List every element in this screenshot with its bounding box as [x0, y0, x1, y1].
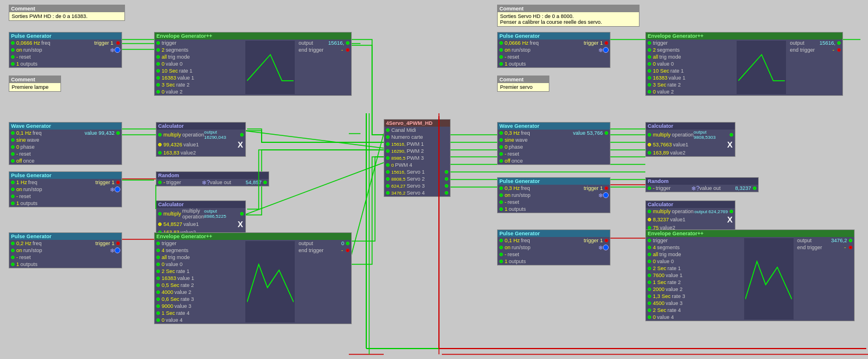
- pg3-blue-circle: [115, 247, 120, 253]
- pulse-generator-2: Pulse Generator 1 Hz freq trigger 1 on r…: [9, 171, 122, 207]
- env2-output-row: output 0: [297, 240, 351, 247]
- wg1-phase-val: 0: [16, 144, 19, 150]
- env3-dot6: [648, 76, 651, 80]
- env2-endtrig-label: end trigger: [298, 247, 341, 253]
- env4-rate1-row: 2 Sec rate 1: [646, 265, 743, 272]
- pg5-output-row: 1 outputs: [498, 206, 610, 213]
- pg1-dot-out: [116, 41, 120, 45]
- env2-rate1-label: rate 1: [176, 268, 243, 274]
- pg1-run: on: [16, 47, 22, 53]
- env2-val1-row: 16383 value 1: [155, 275, 244, 282]
- env4-graph: [745, 256, 792, 302]
- 4servo-dot5: [386, 156, 390, 160]
- pg3-run-row: on run/stop ❄: [9, 247, 122, 254]
- env1-output-val: 15616,: [328, 40, 344, 46]
- env1-val1-row: 16383 value 1: [155, 74, 244, 81]
- calculator-2: Calculator multiply multiply operation o…: [156, 200, 246, 236]
- env1-left: trigger 2 segments all trig mode 0 value…: [155, 40, 244, 95]
- env2-val2-label: value 2: [174, 289, 243, 295]
- pg6-run: on: [505, 245, 510, 250]
- calc4-val1-label: value1: [670, 217, 726, 222]
- pg2-trigger: trigger 1: [95, 180, 115, 185]
- 4servo-dot9: [386, 184, 390, 188]
- pg5-freq: 0,3 Hz: [505, 185, 520, 191]
- pg1-blue-circle: [115, 47, 120, 53]
- env4-dot7: [648, 281, 651, 284]
- pg3-dot3: [11, 256, 15, 259]
- pg6-reset-row: - reset: [498, 251, 610, 258]
- wg2-dot1: [499, 131, 503, 135]
- pg5-reset-label: reset: [508, 199, 609, 205]
- 4servo-servo3-dot: [445, 184, 448, 188]
- 4servo-pwm1-val: 15616,: [391, 142, 405, 147]
- env3-dot4: [648, 62, 651, 66]
- pg2-out-val: 1: [16, 200, 19, 206]
- calc1-val2: 163,83: [163, 150, 180, 156]
- pg2-dot2: [11, 188, 15, 191]
- 4servo-servo3-row: 624,27 Servo 3: [384, 182, 450, 189]
- calc2-op-label: multiply operation: [183, 208, 205, 220]
- rand1-trigger-label: trigger: [166, 180, 202, 185]
- env3-trigger-label: trigger: [653, 40, 734, 46]
- env4-endtrig-label: end trigger: [797, 245, 844, 250]
- env2-dot6: [156, 277, 160, 280]
- wg1-reset-row: - reset: [9, 150, 122, 157]
- env2-seg-label: segments: [166, 247, 243, 253]
- 4servo-dot4: [386, 149, 390, 153]
- envelope-gen-1: Envelope Generator++ trigger 2 segments …: [154, 32, 352, 96]
- calc2-op-val: multiply: [163, 211, 181, 217]
- env4-output-label: output: [797, 238, 831, 243]
- pg4-freq: 0,0666 Hz: [505, 40, 528, 46]
- pg5-out-dot: [605, 186, 608, 190]
- env1-graph: [247, 52, 294, 84]
- env2-rate2-row: 0,5 Sec rate 2: [155, 282, 244, 289]
- calc1-dot1: [158, 133, 162, 137]
- 4servo-servo3-label: Servo 3: [406, 183, 443, 189]
- calc3-dot3: [648, 151, 651, 155]
- calculator-4: Calculator multiply operation output 624…: [645, 200, 735, 232]
- pg5-dot3: [499, 200, 503, 204]
- 4servo-servo1-dot: [445, 170, 448, 174]
- pg4-run-row: on run/stop ❄: [498, 46, 610, 53]
- pg3-out-dot: [116, 242, 120, 245]
- pg1-trigger: trigger 1: [94, 40, 113, 46]
- 4servo-pwm2-val: 16290,: [391, 149, 405, 154]
- 4servo-pwm1-label: PWM 1: [406, 141, 449, 147]
- calc3-op-val: multiply: [653, 132, 671, 138]
- env4-val3: 4500: [653, 300, 665, 306]
- pg5-reset-row: - reset: [498, 199, 610, 206]
- env2-val4: 0: [162, 317, 165, 323]
- 4servo-servo1-label: Servo 1: [406, 169, 443, 175]
- pg2-dot4: [11, 202, 15, 205]
- wg2-value: value 53,766: [573, 130, 603, 136]
- calc2-dot1: [158, 212, 162, 216]
- calc3-dot1: [648, 133, 651, 137]
- pg2-run-label: run/stop: [23, 186, 110, 192]
- calc2-op-row: multiply multiply operation output 8986,…: [156, 208, 245, 220]
- env1-seg-label: segments: [166, 47, 243, 53]
- calc2-out-dot: [240, 212, 244, 216]
- 4servo-servo1-row: 15616, Servo 1: [384, 168, 450, 175]
- comment-text-3: Sorties Servo HD : de 0 a 8000.Penser a …: [500, 13, 637, 25]
- wg2-freq: 0,3 Hz: [505, 130, 520, 136]
- wg1-dot3: [11, 145, 15, 149]
- 4servo-servo2-label: Servo 2: [406, 176, 443, 182]
- comment-text-2: Premiere lampe: [12, 84, 58, 90]
- pg2-freq-row: 1 Hz freq trigger 1: [9, 179, 122, 186]
- env3-rate2-val: 3 Sec: [653, 82, 666, 88]
- env2-trigger-label: trigger: [162, 240, 243, 246]
- env2-dot3: [156, 256, 160, 259]
- calc2-x: X: [238, 220, 243, 229]
- env2-val1: 16383: [162, 275, 176, 281]
- env1-seg-val: 2: [162, 47, 165, 53]
- env2-val3: 9000: [162, 303, 173, 309]
- env2-body: trigger 4 segments all trig mode 0 value…: [155, 240, 351, 324]
- env3-rate2-row: 3 Sec rate 2: [646, 81, 735, 88]
- env2-dot10: [156, 304, 160, 308]
- pg2-output-label: outputs: [20, 200, 120, 206]
- calc4-val1-row: 8,3237 value1 X: [646, 215, 735, 224]
- env2-dot11: [156, 311, 160, 315]
- env1-rate1-row: 10 Sec rate 1: [155, 67, 244, 74]
- wg1-once-label: once: [23, 158, 120, 164]
- env3-graph: [738, 52, 785, 84]
